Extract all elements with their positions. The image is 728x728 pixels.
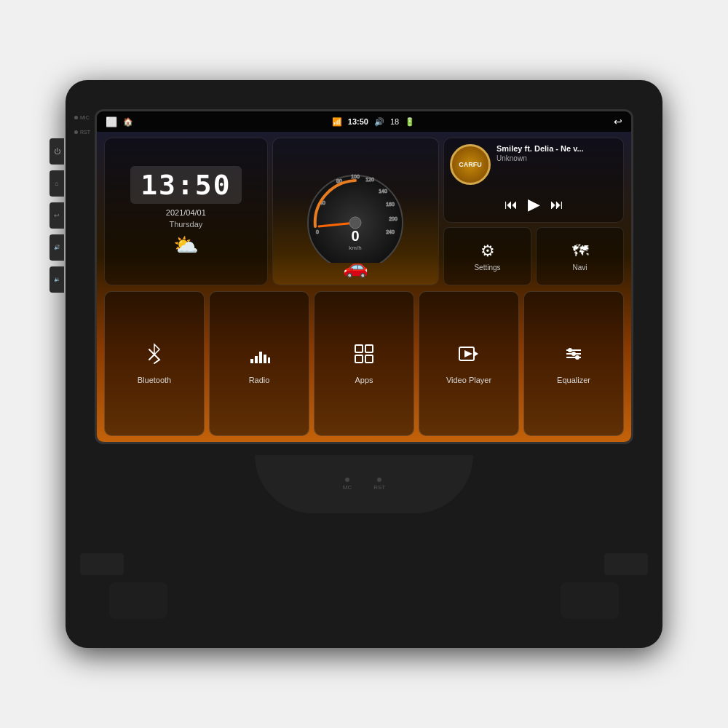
bluetooth-button[interactable]: Bluetooth <box>104 291 205 436</box>
home-side-icon: ⌂ <box>55 180 58 187</box>
svg-point-27 <box>568 348 572 352</box>
svg-rect-18 <box>268 357 270 363</box>
svg-rect-20 <box>365 345 373 352</box>
bumper-right <box>561 582 619 619</box>
music-widget: CARFU Smiley ft. Delia - Ne v... Unknown… <box>443 138 624 223</box>
video-icon <box>458 343 480 370</box>
settings-button[interactable]: ⚙ Settings <box>443 227 531 285</box>
svg-text:0: 0 <box>316 229 319 234</box>
video-label: Video Player <box>446 376 491 384</box>
equalizer-icon <box>563 343 585 370</box>
svg-text:160: 160 <box>386 202 395 207</box>
side-buttons-left: ⏻ ⌂ ↩ 🔊 🔉 <box>50 138 64 293</box>
bluetooth-label: Bluetooth <box>138 376 171 384</box>
music-top: CARFU Smiley ft. Delia - Ne v... Unknown <box>450 144 617 185</box>
rst-label: RST <box>74 130 90 135</box>
play-button[interactable]: ▶ <box>528 195 540 214</box>
svg-text:140: 140 <box>379 189 387 194</box>
radio-button[interactable]: Radio <box>209 291 309 436</box>
clock-date: 2021/04/01 <box>166 208 206 217</box>
music-title: Smiley ft. Delia - Ne v... <box>496 144 617 153</box>
prev-button[interactable]: ⏮ <box>505 197 518 213</box>
mc-indicator <box>345 478 349 482</box>
clock-time: 13:50 <box>141 169 231 201</box>
mic-text: MIC <box>80 115 90 120</box>
svg-rect-14 <box>250 359 253 363</box>
bottom-curve: MC RST <box>255 455 473 513</box>
svg-marker-24 <box>474 351 478 357</box>
screen-content: 13:50 2021/04/01 Thursday ⛅ <box>97 132 631 442</box>
apps-label: Apps <box>355 376 373 384</box>
svg-text:120: 120 <box>365 177 374 182</box>
music-info: Smiley ft. Delia - Ne v... Unknown <box>496 144 617 162</box>
status-right: ↩ <box>614 116 622 127</box>
apps-icon <box>353 343 375 370</box>
mount-tab-right <box>604 553 648 575</box>
back-side-icon: ↩ <box>54 212 60 219</box>
power-icon: ⏻ <box>54 148 60 155</box>
back-nav-icon[interactable]: ↩ <box>614 116 622 127</box>
radio-label: Radio <box>249 376 270 384</box>
svg-marker-25 <box>464 350 472 357</box>
svg-text:240: 240 <box>386 229 395 234</box>
rst-indicator <box>377 478 381 482</box>
bumper-left <box>109 582 167 619</box>
svg-text:100: 100 <box>351 174 360 179</box>
svg-rect-22 <box>365 355 373 363</box>
nav-home-icon[interactable]: ⬜ <box>106 116 117 127</box>
clock-display: 13:50 <box>130 166 241 204</box>
svg-rect-17 <box>264 355 266 363</box>
status-bar: ⬜ 🏠 📶 13:50 🔊 18 🔋 ↩ <box>97 111 631 132</box>
vol-up-icon: 🔊 <box>54 245 60 250</box>
svg-rect-21 <box>355 355 363 363</box>
navi-button[interactable]: 🗺 Navi <box>536 227 624 285</box>
back-side-button[interactable]: ↩ <box>50 202 64 229</box>
album-art: CARFU <box>450 144 491 185</box>
bluetooth-icon <box>143 343 165 370</box>
music-artist: Unknown <box>496 154 617 162</box>
svg-point-11 <box>349 217 361 229</box>
mc-label: MC <box>343 484 352 491</box>
vol-up-button[interactable]: 🔊 <box>50 234 64 261</box>
next-button[interactable]: ⏭ <box>550 197 563 213</box>
mic-label: MIC <box>74 115 90 120</box>
wifi-icon: 📶 <box>332 117 342 127</box>
svg-rect-16 <box>259 352 262 363</box>
settings-label: Settings <box>474 264 500 272</box>
settings-icon: ⚙ <box>480 242 495 261</box>
speedometer-widget: 0 40 80 100 120 140 <box>272 138 439 285</box>
car-image: 🚗 <box>343 255 368 279</box>
status-left: ⬜ 🏠 <box>106 116 133 127</box>
svg-text:km/h: km/h <box>349 245 362 251</box>
svg-rect-15 <box>255 356 258 363</box>
navi-label: Navi <box>572 264 587 272</box>
svg-text:200: 200 <box>389 216 397 221</box>
bottom-menu-row: Bluetooth Radio <box>97 288 631 442</box>
screen-bezel: ⬜ 🏠 📶 13:50 🔊 18 🔋 ↩ 13:50 <box>95 109 633 444</box>
volume-level: 18 <box>390 117 399 126</box>
speedometer-svg: 0 40 80 100 120 140 <box>297 161 414 263</box>
equalizer-label: Equalizer <box>557 376 590 384</box>
album-art-text: CARFU <box>459 161 482 168</box>
home-icon[interactable]: 🏠 <box>123 117 133 127</box>
equalizer-button[interactable]: Equalizer <box>523 291 624 436</box>
status-center: 📶 13:50 🔊 18 🔋 <box>332 117 415 127</box>
rst-text: RST <box>80 130 90 135</box>
navi-icon: 🗺 <box>572 242 588 261</box>
svg-point-29 <box>575 355 579 360</box>
vol-down-button[interactable]: 🔉 <box>50 266 64 293</box>
svg-text:0: 0 <box>352 228 360 244</box>
apps-button[interactable]: Apps <box>314 291 414 436</box>
svg-rect-19 <box>355 345 363 352</box>
weather-icon: ⛅ <box>173 233 199 257</box>
mount-tab-left <box>80 553 124 575</box>
power-button[interactable]: ⏻ <box>50 138 64 165</box>
car-unit: MIC RST ⏻ ⌂ ↩ 🔊 🔉 ⬜ 🏠 📶 <box>66 80 662 648</box>
home-side-button[interactable]: ⌂ <box>50 170 64 197</box>
video-button[interactable]: Video Player <box>419 291 519 436</box>
bottom-bezel: MC RST <box>66 444 662 633</box>
volume-icon: 🔊 <box>374 117 384 127</box>
vol-down-icon: 🔉 <box>54 277 60 282</box>
battery-icon: 🔋 <box>405 117 415 127</box>
clock-day: Thursday <box>169 220 202 229</box>
